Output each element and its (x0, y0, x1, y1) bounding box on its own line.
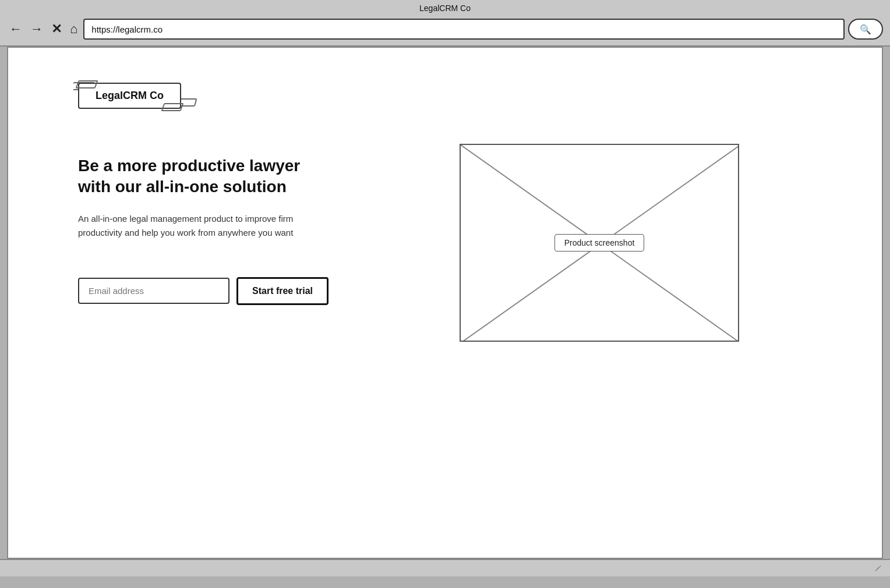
logo-container: LegalCRM Co (78, 83, 824, 109)
bottom-bar: ⟋ (0, 559, 890, 576)
bottom-icon: ⟋ (873, 562, 883, 575)
cta-row: Start free trial (78, 277, 329, 305)
screenshot-label: Product screenshot (555, 234, 645, 252)
back-button[interactable]: ← (7, 22, 24, 37)
url-bar[interactable] (83, 19, 845, 40)
screenshot-placeholder: Product screenshot (460, 144, 739, 342)
browser-chrome: LegalCRM Co ← → ✕ ⌂ 🔍 (0, 0, 890, 47)
hero-heading: Be a more productive lawyer with our all… (78, 155, 329, 198)
browser-toolbar: ← → ✕ ⌂ 🔍 (0, 15, 890, 45)
email-input[interactable] (78, 278, 229, 304)
forward-button[interactable]: → (28, 22, 45, 37)
browser-title: LegalCRM Co (0, 0, 890, 15)
search-icon: 🔍 (860, 24, 871, 35)
page-inner: LegalCRM Co Be a more productive lawyer … (8, 48, 882, 558)
hero-right: Product screenshot (375, 144, 824, 342)
search-button[interactable]: 🔍 (848, 19, 883, 40)
close-button[interactable]: ✕ (49, 22, 64, 37)
hero-section: Be a more productive lawyer with our all… (78, 155, 824, 523)
start-trial-button[interactable]: Start free trial (236, 277, 329, 305)
page-content: LegalCRM Co Be a more productive lawyer … (7, 47, 883, 559)
hero-left: Be a more productive lawyer with our all… (78, 155, 329, 305)
home-button[interactable]: ⌂ (68, 22, 80, 37)
hero-subtext: An all-in-one legal management product t… (78, 212, 299, 240)
logo-text: LegalCRM Co (78, 83, 181, 109)
